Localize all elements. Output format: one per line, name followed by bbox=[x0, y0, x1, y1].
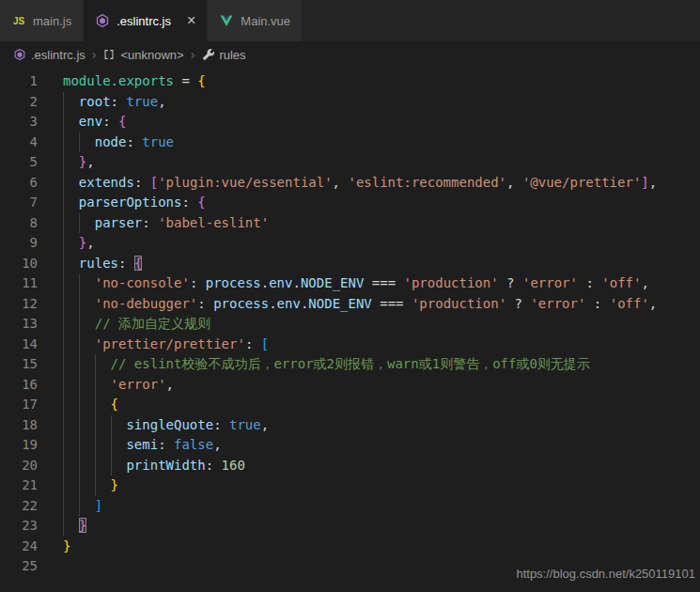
indent-guide bbox=[79, 294, 80, 315]
line-number[interactable]: 23 bbox=[0, 516, 38, 537]
code-token: , bbox=[506, 175, 522, 190]
line-number[interactable]: 15 bbox=[0, 354, 38, 375]
line-number[interactable]: 12 bbox=[0, 294, 38, 315]
code-line[interactable]: 7 parserOptions: { bbox=[0, 193, 700, 213]
code-line[interactable]: 10 rules: { bbox=[0, 254, 700, 274]
code-line[interactable]: 12 'no-debugger': process.env.NODE_ENV =… bbox=[0, 294, 700, 315]
code-line[interactable]: 4 node: true bbox=[0, 132, 700, 153]
breadcrumb-label: rules bbox=[219, 48, 245, 62]
code-line[interactable]: 2 root: true, bbox=[0, 92, 700, 113]
line-number[interactable]: 4 bbox=[0, 132, 38, 153]
wrench-icon bbox=[201, 48, 214, 61]
line-number[interactable]: 25 bbox=[0, 556, 38, 577]
code-text: parserOptions: { bbox=[63, 193, 206, 213]
code-line[interactable]: 23 } bbox=[0, 516, 700, 537]
eslint-file-icon bbox=[13, 48, 26, 61]
code-text: singleQuote: true, bbox=[63, 415, 269, 436]
line-number[interactable]: 5 bbox=[0, 152, 38, 173]
breadcrumb-item[interactable]: rules bbox=[201, 48, 245, 62]
tab-main-js[interactable]: JSmain.js bbox=[0, 0, 84, 41]
code-line[interactable]: 20 printWidth: 160 bbox=[0, 456, 700, 476]
code-line[interactable]: 24} bbox=[0, 537, 700, 557]
line-number[interactable]: 9 bbox=[0, 233, 38, 254]
code-text: semi: false, bbox=[63, 435, 222, 456]
code-token: node bbox=[95, 134, 127, 149]
code-token: : bbox=[181, 195, 197, 210]
code-token: 'production' bbox=[412, 296, 506, 311]
code-line[interactable]: 21 } bbox=[0, 475, 700, 496]
code-line[interactable]: 5 }, bbox=[0, 152, 700, 173]
code-token: ? bbox=[499, 275, 522, 290]
line-number[interactable]: 1 bbox=[0, 71, 38, 92]
code-token: module.exports bbox=[63, 73, 174, 88]
tab-eslintrc-js[interactable]: .eslintrc.js× bbox=[84, 0, 208, 41]
line-number[interactable]: 18 bbox=[0, 415, 38, 436]
line-number[interactable]: 11 bbox=[0, 273, 38, 294]
indent-guide bbox=[79, 335, 80, 355]
line-number[interactable]: 7 bbox=[0, 193, 38, 213]
code-text: } bbox=[63, 475, 118, 496]
line-number[interactable]: 20 bbox=[0, 456, 38, 476]
line-number[interactable]: 14 bbox=[0, 335, 38, 355]
code-line[interactable]: 11 'no-console': process.env.NODE_ENV ==… bbox=[0, 273, 700, 294]
breadcrumb-label: .eslintrc.js bbox=[31, 48, 86, 62]
code-token: env bbox=[269, 275, 292, 290]
breadcrumb-item[interactable]: .eslintrc.js bbox=[13, 48, 86, 62]
code-text: printWidth: 160 bbox=[63, 456, 245, 476]
editor[interactable]: 1module.exports = {2 root: true,3 env: {… bbox=[0, 68, 700, 577]
line-number[interactable]: 10 bbox=[0, 254, 38, 274]
indent-guide bbox=[95, 456, 96, 476]
code-text: }, bbox=[63, 152, 95, 173]
code-line[interactable]: 9 }, bbox=[0, 233, 700, 254]
line-number[interactable]: 6 bbox=[0, 173, 38, 194]
indent-guide bbox=[63, 173, 64, 194]
line-number[interactable]: 24 bbox=[0, 537, 38, 557]
code-token: , bbox=[649, 296, 657, 311]
code-token: env bbox=[79, 114, 102, 129]
code-line[interactable]: 18 singleQuote: true, bbox=[0, 415, 700, 436]
indent-guide bbox=[63, 314, 64, 335]
code-line[interactable]: 14 'prettier/prettier': [ bbox=[0, 335, 700, 355]
code-token: , bbox=[86, 235, 94, 250]
line-number[interactable]: 2 bbox=[0, 92, 38, 113]
code-line[interactable]: 15 // eslint校验不成功后，error或2则报错，warn或1则警告，… bbox=[0, 354, 700, 375]
breadcrumb-item[interactable]: <unknown> bbox=[102, 48, 183, 62]
code-token: ] bbox=[641, 175, 648, 190]
breadcrumb-separator: › bbox=[92, 47, 97, 62]
line-number[interactable]: 3 bbox=[0, 112, 38, 132]
code-token: 'eslint:recommended' bbox=[348, 175, 506, 190]
code-token: true bbox=[142, 134, 174, 149]
code-token: semi bbox=[126, 437, 158, 452]
line-number[interactable]: 8 bbox=[0, 213, 38, 234]
code-line[interactable]: 22 ] bbox=[0, 496, 700, 517]
code-line[interactable]: 1module.exports = { bbox=[0, 71, 700, 92]
code-token: . bbox=[269, 296, 276, 311]
code-line[interactable]: 8 parser: 'babel-eslint' bbox=[0, 213, 700, 234]
code-line[interactable]: 19 semi: false, bbox=[0, 435, 700, 456]
line-number[interactable]: 17 bbox=[0, 395, 38, 415]
code-line[interactable]: 16 'error', bbox=[0, 375, 700, 396]
code-line[interactable]: 13 // 添加自定义规则 bbox=[0, 314, 700, 335]
code-line[interactable]: 6 extends: ['plugin:vue/essential', 'esl… bbox=[0, 173, 700, 194]
indent-guide bbox=[79, 314, 80, 335]
tab-bar: JSmain.js.eslintrc.js×Main.vue bbox=[0, 0, 700, 41]
code-line[interactable]: 3 env: { bbox=[0, 112, 700, 132]
code-token: extends bbox=[79, 175, 134, 190]
line-number[interactable]: 16 bbox=[0, 375, 38, 396]
indent-guide bbox=[63, 415, 64, 436]
indent-guide bbox=[63, 112, 64, 132]
line-number[interactable]: 21 bbox=[0, 475, 38, 496]
line-number[interactable]: 13 bbox=[0, 314, 38, 335]
code-line[interactable]: 17 { bbox=[0, 395, 700, 415]
code-text: env: { bbox=[63, 112, 126, 132]
indent-guide bbox=[79, 375, 80, 396]
close-icon[interactable]: × bbox=[187, 13, 195, 28]
tab-main-vue[interactable]: Main.vue bbox=[208, 0, 303, 41]
code-token: , bbox=[333, 175, 349, 190]
line-number[interactable]: 19 bbox=[0, 435, 38, 456]
breadcrumb-label: <unknown> bbox=[120, 48, 183, 62]
code-text: 'no-debugger': process.env.NODE_ENV === … bbox=[63, 294, 657, 315]
line-number[interactable]: 22 bbox=[0, 496, 38, 517]
code-token: 'no-debugger' bbox=[95, 296, 198, 311]
code-text: extends: ['plugin:vue/essential', 'eslin… bbox=[63, 173, 657, 194]
